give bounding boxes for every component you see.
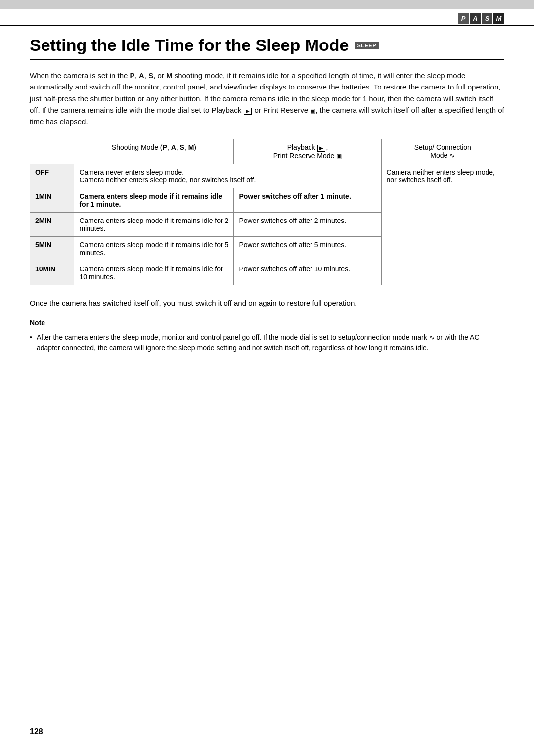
mode-badge-m: M — [493, 13, 504, 24]
off-setup-cell: Camera neither enters sleep mode, nor sw… — [381, 164, 504, 285]
sleep-badge: SLEEP — [355, 42, 379, 49]
intro-paragraph: When the camera is set in the P, A, S, o… — [30, 70, 504, 127]
mode-icons-row: P A S M — [0, 9, 534, 26]
note-header: Note — [30, 319, 504, 329]
note-section: Note After the camera enters the sleep m… — [30, 319, 504, 354]
page-container: P A S M Setting the Idle Time for the Sl… — [0, 0, 534, 756]
top-bar — [0, 0, 534, 9]
note-text: After the camera enters the sleep mode, … — [30, 332, 504, 354]
10min-playback-cell: Power switches off after 10 minutes. — [234, 261, 381, 285]
mode-badge-p: P — [458, 13, 469, 24]
table-header-setup: Setup/ ConnectionMode ∿ — [381, 139, 504, 164]
table-header-empty — [30, 139, 74, 164]
after-table-paragraph: Once the camera has switched itself off,… — [30, 297, 504, 309]
mode-label-off: OFF — [30, 164, 74, 188]
mode-badge-s: S — [482, 13, 492, 24]
mode-label-10min: 10MIN — [30, 261, 74, 285]
1min-shooting-cell: Camera enters sleep mode if it remains i… — [74, 188, 234, 213]
table-header-playback: Playback ▶, Print Reserve Mode ▣ — [234, 139, 381, 164]
table-header-row: Shooting Mode (P, A, S, M) Playback ▶, P… — [30, 139, 504, 164]
settings-table: Shooting Mode (P, A, S, M) Playback ▶, P… — [30, 139, 504, 285]
mode-label-1min: 1MIN — [30, 188, 74, 213]
page-title-section: Setting the Idle Time for the Sleep Mode… — [30, 36, 504, 60]
page-number: 128 — [30, 727, 43, 736]
table-row: OFF Camera never enters sleep mode. Came… — [30, 164, 504, 188]
5min-playback-cell: Power switches off after 5 minutes. — [234, 237, 381, 261]
5min-shooting-cell: Camera enters sleep mode if it remains i… — [74, 237, 234, 261]
2min-shooting-cell: Camera enters sleep mode if it remains i… — [74, 213, 234, 237]
content-area: Setting the Idle Time for the Sleep Mode… — [0, 26, 534, 383]
mode-badge-a: A — [470, 13, 481, 24]
mode-icons: P A S M — [458, 13, 504, 24]
mode-label-2min: 2MIN — [30, 213, 74, 237]
table-header-shooting: Shooting Mode (P, A, S, M) — [74, 139, 234, 164]
mode-label-5min: 5MIN — [30, 237, 74, 261]
10min-shooting-cell: Camera enters sleep mode if it remains i… — [74, 261, 234, 285]
1min-playback-cell: Power switches off after 1 minute. — [234, 188, 381, 213]
page-title: Setting the Idle Time for the Sleep Mode — [30, 36, 349, 55]
off-shooting-cell: Camera never enters sleep mode. Camera n… — [74, 164, 381, 188]
2min-playback-cell: Power switches off after 2 minutes. — [234, 213, 381, 237]
